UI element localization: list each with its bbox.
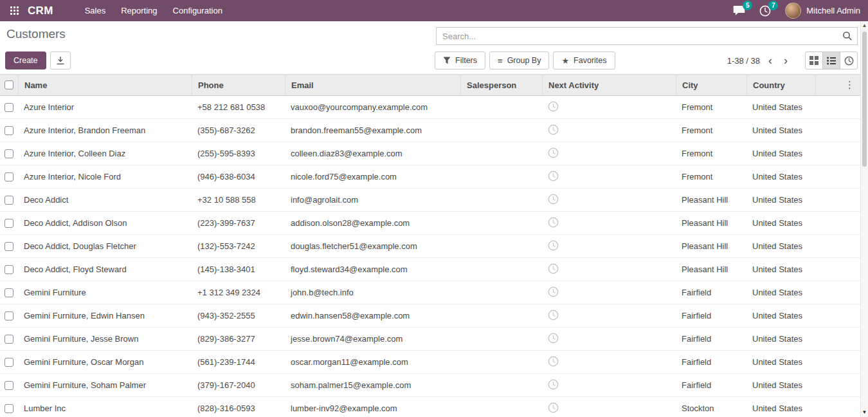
column-header-city[interactable]: City	[676, 75, 746, 95]
cell-email: nicole.ford75@example.com	[285, 172, 460, 181]
activity-view-button[interactable]	[840, 51, 858, 70]
row-checkbox-cell	[0, 242, 18, 251]
pager-and-views: 1-38 / 38 ‹ ›	[727, 51, 858, 70]
next-activity-clock-icon[interactable]	[548, 333, 559, 344]
table-row[interactable]: Azure Interior, Colleen Diaz (255)-595-8…	[0, 142, 860, 165]
table-row[interactable]: Gemini Furniture, Oscar Morgan (561)-239…	[0, 351, 860, 374]
row-checkbox[interactable]	[5, 404, 14, 413]
kanban-view-button[interactable]	[805, 51, 823, 70]
row-checkbox[interactable]	[5, 219, 14, 228]
row-checkbox[interactable]	[5, 335, 14, 344]
next-activity-clock-icon[interactable]	[548, 124, 559, 135]
table-row[interactable]: Deco Addict +32 10 588 558 info@agrolait…	[0, 189, 860, 212]
next-activity-clock-icon[interactable]	[548, 310, 559, 320]
cell-next-activity	[542, 101, 676, 114]
table-row[interactable]: Gemini Furniture +1 312 349 2324 john.b@…	[0, 281, 860, 304]
activities-button[interactable]: 7	[759, 5, 771, 17]
next-activity-clock-icon[interactable]	[548, 240, 559, 251]
table-row[interactable]: Azure Interior, Nicole Ford (946)-638-60…	[0, 165, 860, 189]
column-header-email[interactable]: Email	[285, 75, 460, 95]
next-activity-clock-icon[interactable]	[548, 217, 559, 228]
cell-country: United States	[746, 380, 815, 390]
row-checkbox[interactable]	[5, 381, 14, 390]
next-activity-clock-icon[interactable]	[548, 101, 559, 112]
favorites-button[interactable]: ★ Favorites	[553, 51, 615, 70]
row-checkbox[interactable]	[5, 172, 14, 181]
group-by-button[interactable]: ≡ Group By	[489, 51, 549, 70]
user-menu[interactable]: Mitchell Admin	[785, 3, 860, 19]
menu-configuration[interactable]: Configuration	[166, 1, 230, 21]
next-activity-clock-icon[interactable]	[548, 286, 559, 297]
cell-next-activity	[542, 333, 676, 346]
menu-sales[interactable]: Sales	[78, 1, 113, 21]
cell-phone: (379)-167-2040	[192, 380, 285, 390]
column-header-country[interactable]: Country	[746, 75, 815, 95]
cell-email: info@agrolait.com	[285, 195, 460, 205]
next-activity-clock-icon[interactable]	[548, 263, 559, 274]
cell-next-activity	[542, 402, 676, 415]
control-panel: Create Filters ≡ Group By ★ Favo	[0, 50, 860, 73]
scroll-down-arrow[interactable]: ▼	[861, 409, 868, 415]
row-checkbox[interactable]	[5, 265, 14, 274]
next-activity-clock-icon[interactable]	[548, 171, 559, 181]
row-checkbox-cell	[0, 265, 18, 274]
pager-previous-button[interactable]: ‹	[763, 52, 778, 69]
vertical-scrollbar[interactable]: ▲ ▼	[860, 21, 868, 417]
column-header-next-activity[interactable]: Next Activity	[542, 75, 676, 95]
row-checkbox[interactable]	[5, 126, 14, 135]
scroll-up-arrow[interactable]: ▲	[861, 23, 868, 28]
next-activity-clock-icon[interactable]	[548, 194, 559, 205]
filter-icon	[443, 57, 451, 64]
select-all-checkbox[interactable]	[5, 80, 14, 89]
cell-city: Fremont	[676, 149, 746, 158]
cell-email: floyd.steward34@example.com	[285, 264, 460, 274]
table-row[interactable]: Azure Interior +58 212 681 0538 vauxoo@y…	[0, 96, 860, 119]
avatar	[785, 3, 801, 19]
table-row[interactable]: Lumber Inc (828)-316-0593 lumber-inv92@e…	[0, 397, 860, 417]
list-view-button[interactable]	[822, 51, 840, 70]
activities-badge: 7	[768, 1, 778, 10]
menu-reporting[interactable]: Reporting	[114, 1, 164, 21]
table-row[interactable]: Gemini Furniture, Soham Palmer (379)-167…	[0, 374, 860, 397]
cell-city: Fairfield	[676, 288, 746, 297]
row-checkbox[interactable]	[5, 103, 14, 112]
row-checkbox[interactable]	[5, 149, 14, 158]
search-input[interactable]	[436, 27, 858, 45]
cell-next-activity	[542, 286, 676, 299]
table-row[interactable]: Azure Interior, Brandon Freeman (355)-68…	[0, 119, 860, 142]
export-button[interactable]	[50, 51, 71, 70]
cell-phone: (255)-595-8393	[192, 149, 285, 158]
table-row[interactable]: Deco Addict, Douglas Fletcher (132)-553-…	[0, 235, 860, 258]
column-header-salesperson[interactable]: Salesperson	[460, 75, 542, 95]
search-icon[interactable]	[842, 31, 853, 41]
row-checkbox-cell	[0, 103, 18, 112]
apps-menu-button[interactable]	[6, 4, 23, 17]
row-checkbox[interactable]	[5, 358, 14, 367]
cell-name: Deco Addict, Floyd Steward	[18, 264, 192, 274]
action-buttons: Create	[5, 51, 71, 70]
cell-email: john.b@tech.info	[285, 288, 460, 297]
column-header-phone[interactable]: Phone	[192, 75, 285, 95]
next-activity-clock-icon[interactable]	[548, 356, 559, 367]
row-checkbox[interactable]	[5, 311, 14, 320]
table-row[interactable]: Deco Addict, Floyd Steward (145)-138-340…	[0, 258, 860, 281]
cell-email: soham.palmer15@example.com	[285, 380, 460, 390]
cell-phone: +1 312 349 2324	[192, 288, 285, 297]
filters-button[interactable]: Filters	[435, 51, 485, 70]
table-row[interactable]: Gemini Furniture, Jesse Brown (829)-386-…	[0, 328, 860, 351]
optional-columns-button[interactable]: ⋮	[842, 79, 857, 91]
scroll-thumb[interactable]	[862, 32, 867, 167]
column-header-name[interactable]: Name	[18, 75, 192, 95]
cell-next-activity	[542, 240, 676, 253]
row-checkbox[interactable]	[5, 242, 14, 251]
next-activity-clock-icon[interactable]	[548, 402, 559, 413]
messages-button[interactable]: 5	[733, 5, 745, 16]
pager-next-button[interactable]: ›	[778, 52, 793, 69]
create-button[interactable]: Create	[5, 51, 46, 70]
table-row[interactable]: Gemini Furniture, Edwin Hansen (943)-352…	[0, 304, 860, 328]
next-activity-clock-icon[interactable]	[548, 147, 559, 158]
row-checkbox[interactable]	[5, 196, 14, 205]
row-checkbox[interactable]	[5, 288, 14, 297]
table-row[interactable]: Deco Addict, Addison Olson (223)-399-763…	[0, 212, 860, 235]
next-activity-clock-icon[interactable]	[548, 379, 559, 390]
